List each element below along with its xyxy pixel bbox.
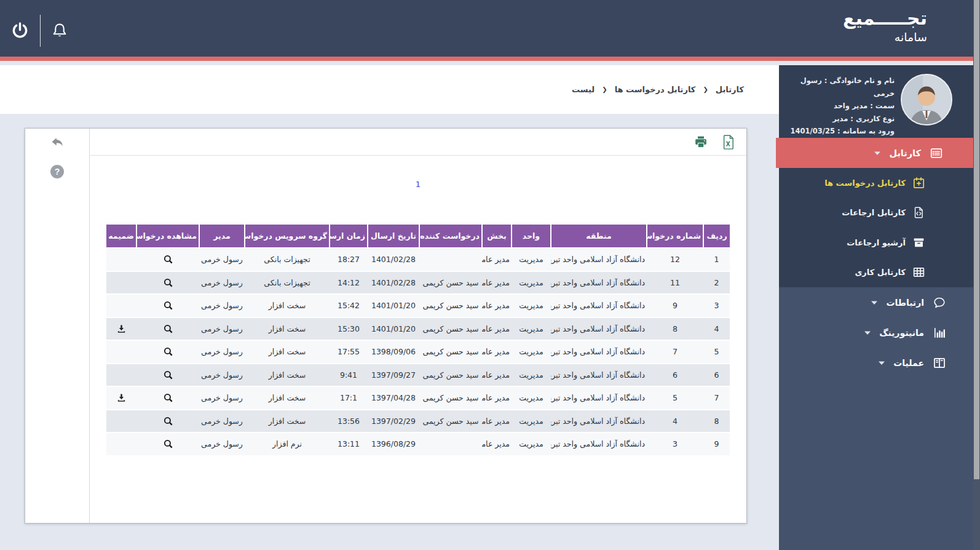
cell-unit: مدیریت	[512, 386, 551, 410]
cell-send_date: 1401/01/20	[368, 294, 419, 317]
breadcrumb-item-cartable[interactable]: کارتابل	[716, 85, 744, 94]
column-header: تاریخ ارسال	[368, 225, 419, 248]
cell-requester: سید حسن کریمی	[419, 317, 482, 341]
power-button[interactable]	[11, 22, 29, 39]
column-header: ضمیمه	[106, 225, 136, 248]
table-grid-icon	[912, 266, 925, 279]
calendar-plus-icon	[912, 177, 925, 189]
view-request-button[interactable]	[162, 323, 174, 335]
cell-requester: سید حسن کریمی	[419, 386, 482, 410]
cell-section: مدیر عامل	[482, 410, 512, 433]
download-icon	[116, 393, 127, 403]
magnifier-icon	[162, 369, 174, 381]
table-row: 84دانشگاه آزاد اسلامی واحد تبریزمدیریتمد…	[106, 410, 730, 433]
list-icon	[930, 146, 943, 160]
sidebar-item-requests-cartable[interactable]: کارتابل درخواست ها	[779, 168, 973, 198]
requests-table-wrapper: ردیفشماره درخواستمنطقهواحدبخشدرخواست کنن…	[106, 225, 730, 456]
cell-radif: 4	[703, 317, 730, 341]
export-excel-button[interactable]	[722, 135, 735, 149]
view-request-button[interactable]	[162, 277, 174, 289]
breadcrumb-item-list[interactable]: لیست	[572, 85, 595, 94]
sidebar-item-label: مانیتورینگ	[879, 328, 924, 338]
breadcrumb-separator-icon: ❮	[602, 86, 607, 93]
column-header: گروه سرویس درخواستی	[245, 225, 330, 248]
avatar-photo	[902, 75, 951, 124]
sidebar-item-referrals-cartable[interactable]: کارتابل ارجاعات	[779, 198, 973, 228]
magnifier-icon	[162, 438, 174, 450]
sidebar-item-work-cartable[interactable]: کارتابل کاری	[779, 258, 973, 288]
cell-radif: 6	[703, 364, 730, 387]
printer-icon	[694, 135, 708, 149]
chevron-down-icon	[874, 151, 880, 155]
cell-requester: سید حسن کریمی	[419, 294, 482, 317]
cell-send_time: 13:56	[330, 410, 368, 433]
cell-service_group: سخت افزار	[245, 317, 330, 341]
view-request-button[interactable]	[162, 392, 174, 404]
cell-section: مدیر عامل	[482, 340, 512, 364]
view-request-button[interactable]	[162, 369, 174, 381]
sidebar-item-operations[interactable]: عملیات	[779, 348, 973, 378]
column-header: شماره درخواست	[647, 225, 703, 248]
sidebar-item-monitoring[interactable]: مانیتورینگ	[779, 317, 973, 348]
download-attachment-button[interactable]	[116, 324, 127, 334]
table-row: 93دانشگاه آزاد اسلامی واحد تبریزمدیریتمد…	[106, 432, 730, 456]
magnifier-icon	[162, 415, 174, 427]
header-actions	[0, 0, 68, 61]
view-request-button[interactable]	[162, 300, 174, 311]
cell-section: مدیر عامل	[482, 248, 512, 271]
cell-requester	[419, 248, 482, 271]
cell-request_no: 9	[647, 294, 703, 317]
cell-region: دانشگاه آزاد اسلامی واحد تبریز	[551, 248, 647, 271]
magnifier-icon	[162, 346, 174, 357]
cell-send_time: 15:42	[330, 294, 368, 317]
table-row: 112دانشگاه آزاد اسلامی واحد تبریزمدیریتم…	[106, 248, 730, 271]
table-row: 66دانشگاه آزاد اسلامی واحد تبریزمدیریتمد…	[106, 364, 730, 387]
cell-attachment	[106, 317, 136, 341]
help-button[interactable]: ?	[50, 165, 64, 178]
cell-view	[136, 317, 199, 341]
breadcrumb-separator-icon: ❮	[703, 86, 708, 93]
scrollbar-thumb[interactable]	[974, 0, 979, 479]
cell-requester	[419, 432, 482, 456]
sidebar-item-label: کارتابل	[889, 148, 921, 158]
view-request-button[interactable]	[162, 415, 174, 427]
cell-unit: مدیریت	[512, 294, 551, 317]
cell-view	[136, 271, 199, 295]
cell-unit: مدیریت	[512, 271, 551, 295]
download-attachment-button[interactable]	[116, 393, 127, 403]
cell-attachment	[106, 432, 136, 456]
sidebar-item-referrals-archive[interactable]: آرشیو ارجاعات	[779, 228, 973, 258]
cell-unit: مدیریت	[512, 364, 551, 387]
file-code-icon	[912, 206, 925, 219]
table-header-row: ردیفشماره درخواستمنطقهواحدبخشدرخواست کنن…	[106, 225, 730, 248]
cell-region: دانشگاه آزاد اسلامی واحد تبریز	[551, 364, 647, 387]
view-request-button[interactable]	[162, 438, 174, 450]
cell-request_no: 7	[647, 340, 703, 364]
view-request-button[interactable]	[162, 346, 174, 357]
pagination: 1	[106, 178, 730, 189]
cell-request_no: 11	[647, 271, 703, 295]
sidebar-item-cartable[interactable]: کارتابل	[776, 138, 973, 168]
card-main: 1 ردیفشماره درخواستمنطقهواحدبخشدرخواست ک…	[90, 129, 746, 523]
page-number-link[interactable]: 1	[416, 180, 421, 189]
sidebar-item-communications[interactable]: ارتباطات	[779, 287, 973, 317]
print-button[interactable]	[694, 135, 708, 149]
cell-radif: 2	[703, 271, 730, 295]
view-request-button[interactable]	[162, 253, 174, 265]
cell-send_date: 1397/02/29	[368, 410, 419, 433]
cell-service_group: سخت افزار	[245, 294, 330, 317]
notifications-button[interactable]	[51, 22, 68, 39]
cell-service_group: سخت افزار	[245, 410, 330, 433]
back-button[interactable]	[49, 135, 66, 150]
user-info-panel: نام و نام خانوادگی : رسول خرمی سمت : مدی…	[779, 65, 973, 138]
cell-manager: رسول خرمی	[199, 410, 245, 433]
chevron-down-icon	[864, 331, 871, 335]
breadcrumb-item-requests[interactable]: کارتابل درخواست ها	[615, 85, 696, 94]
cell-radif: 5	[703, 340, 730, 364]
cell-region: دانشگاه آزاد اسلامی واحد تبریز	[551, 432, 647, 456]
table-row: 211دانشگاه آزاد اسلامی واحد تبریزمدیریتم…	[106, 271, 730, 295]
breadcrumb-band: کارتابل ❮ کارتابل درخواست ها ❮ لیست	[0, 65, 779, 114]
cell-region: دانشگاه آزاد اسلامی واحد تبریز	[551, 294, 647, 317]
cell-request_no: 3	[647, 432, 703, 456]
cell-send_time: 15:30	[330, 317, 368, 341]
